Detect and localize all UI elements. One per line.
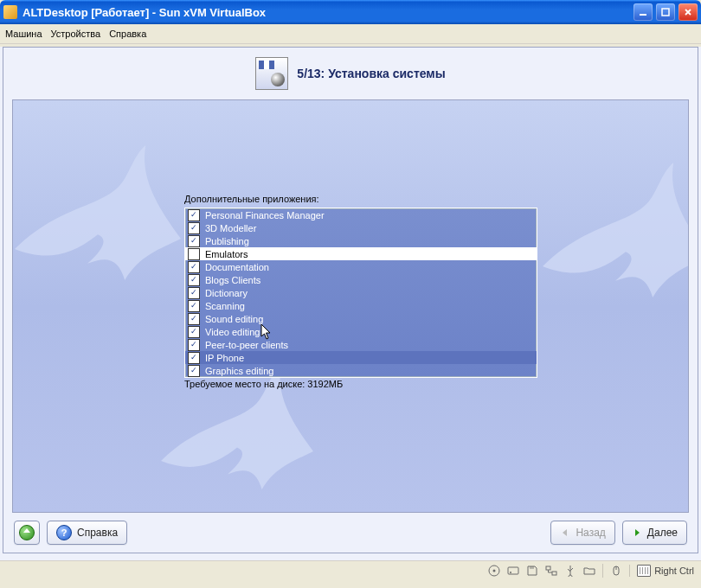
- app-checkbox[interactable]: ✓: [188, 261, 200, 273]
- app-checkbox[interactable]: ✓: [188, 274, 200, 286]
- app-list-item[interactable]: ✓Graphics editing: [185, 364, 537, 377]
- hard-disk-icon[interactable]: [507, 565, 519, 577]
- window-title: ALTDesktop [Работает] - Sun xVM VirtualB…: [23, 6, 633, 19]
- app-checkbox[interactable]: ✓: [188, 365, 200, 377]
- window-controls: [633, 3, 698, 21]
- help-button-label: Справка: [77, 527, 118, 539]
- svg-rect-0: [640, 14, 646, 16]
- app-checkbox[interactable]: ✓: [188, 326, 200, 338]
- app-list-item[interactable]: ✓Publishing: [185, 234, 537, 247]
- mouse-integration-icon[interactable]: [610, 565, 622, 577]
- svg-point-5: [510, 572, 511, 573]
- app-list-item[interactable]: ✓Sound editing: [185, 312, 537, 325]
- usb-icon[interactable]: [564, 565, 576, 577]
- additional-apps-label: Дополнительные приложения:: [184, 194, 319, 204]
- app-checkbox[interactable]: ✓: [188, 235, 200, 247]
- arrow-right-icon: [632, 527, 642, 538]
- app-list-item[interactable]: ✓Video editing: [185, 325, 537, 338]
- app-icon: [3, 5, 17, 19]
- decorative-swallow-icon: [12, 135, 212, 342]
- app-item-label: Peer-to-peer clients: [205, 340, 288, 350]
- app-checkbox[interactable]: ✓: [188, 222, 200, 234]
- next-button[interactable]: Далее: [622, 521, 687, 545]
- app-list-item[interactable]: ✓Dictionary: [185, 286, 537, 299]
- app-list-item[interactable]: ✓3D Modeller: [185, 221, 537, 234]
- installer-body: Дополнительные приложения: ✓Personal Fin…: [12, 99, 689, 513]
- svg-rect-8: [552, 572, 556, 575]
- shared-folder-icon[interactable]: [583, 565, 595, 577]
- app-checkbox[interactable]: ✓: [188, 287, 200, 299]
- decorative-swallow-icon: [532, 152, 689, 360]
- installer-footer: ? Справка Назад Далее: [3, 513, 698, 553]
- installer-header: 5/13: Установка системы: [3, 48, 698, 99]
- app-item-label: Sound editing: [205, 314, 263, 324]
- menubar: Машина Устройства Справка: [0, 24, 701, 44]
- close-button[interactable]: [678, 3, 698, 21]
- additional-apps-listbox[interactable]: ✓Personal Finances Manager✓3D Modeller✓P…: [184, 208, 537, 378]
- app-item-label: Dictionary: [205, 288, 248, 298]
- app-checkbox[interactable]: ✓: [188, 300, 200, 312]
- app-item-label: Video editing: [205, 327, 260, 337]
- svg-rect-1: [662, 9, 669, 16]
- app-item-label: Graphics editing: [205, 366, 274, 376]
- app-checkbox[interactable]: [188, 248, 200, 260]
- app-item-label: Documentation: [205, 262, 269, 272]
- installer-step-icon: [255, 57, 288, 90]
- arrow-left-icon: [560, 527, 570, 538]
- menu-machine[interactable]: Машина: [5, 29, 42, 39]
- svg-rect-7: [546, 566, 550, 570]
- app-list-item[interactable]: ✓Blogs Clients: [185, 273, 537, 286]
- boot-options-button[interactable]: [14, 521, 40, 545]
- back-button[interactable]: Назад: [550, 521, 614, 545]
- app-list-item[interactable]: ✓Documentation: [185, 260, 537, 273]
- app-list-item[interactable]: Emulators: [185, 247, 537, 260]
- app-item-label: Publishing: [205, 236, 249, 246]
- maximize-button[interactable]: [656, 3, 675, 21]
- window-titlebar: ALTDesktop [Работает] - Sun xVM VirtualB…: [0, 0, 701, 24]
- up-arrow-icon: [19, 525, 35, 540]
- floppy-icon[interactable]: [526, 565, 538, 577]
- app-list-item[interactable]: ✓Personal Finances Manager: [185, 208, 537, 221]
- host-key-indicator[interactable]: Right Ctrl: [629, 565, 694, 577]
- next-button-label: Далее: [647, 527, 678, 539]
- installer-frame: 5/13: Установка системы Дополнительные п…: [3, 47, 698, 553]
- menu-help[interactable]: Справка: [109, 29, 146, 39]
- svg-point-3: [493, 570, 496, 572]
- statusbar: Right Ctrl: [0, 560, 701, 580]
- help-button[interactable]: ? Справка: [47, 521, 127, 545]
- content-area: 5/13: Установка системы Дополнительные п…: [0, 47, 701, 560]
- app-checkbox[interactable]: ✓: [188, 339, 200, 351]
- app-item-label: Blogs Clients: [205, 275, 260, 285]
- svg-rect-6: [530, 566, 534, 569]
- app-item-label: Personal Finances Manager: [205, 210, 325, 220]
- app-list-item[interactable]: ✓Scanning: [185, 299, 537, 312]
- app-checkbox[interactable]: ✓: [188, 209, 200, 221]
- minimize-button[interactable]: [633, 3, 653, 21]
- menu-devices[interactable]: Устройства: [51, 29, 101, 39]
- app-checkbox[interactable]: ✓: [188, 313, 200, 325]
- app-checkbox[interactable]: ✓: [188, 352, 200, 364]
- back-button-label: Назад: [576, 527, 605, 539]
- question-icon: ?: [56, 525, 72, 540]
- keyboard-icon: [637, 565, 651, 577]
- app-item-label: IP Phone: [205, 353, 244, 363]
- app-item-label: 3D Modeller: [205, 223, 256, 233]
- network-icon[interactable]: [545, 565, 557, 577]
- cd-icon[interactable]: [488, 565, 500, 577]
- app-item-label: Emulators: [205, 249, 248, 259]
- installer-step-title: 5/13: Установка системы: [297, 67, 445, 80]
- svg-rect-4: [508, 567, 518, 574]
- host-key-label: Right Ctrl: [654, 566, 694, 576]
- app-list-item[interactable]: ✓Peer-to-peer clients: [185, 338, 537, 351]
- disk-space-label: Требуемое место на диске: 3192МБ: [184, 379, 343, 389]
- app-item-label: Scanning: [205, 301, 245, 311]
- app-list-item[interactable]: ✓IP Phone: [185, 351, 537, 364]
